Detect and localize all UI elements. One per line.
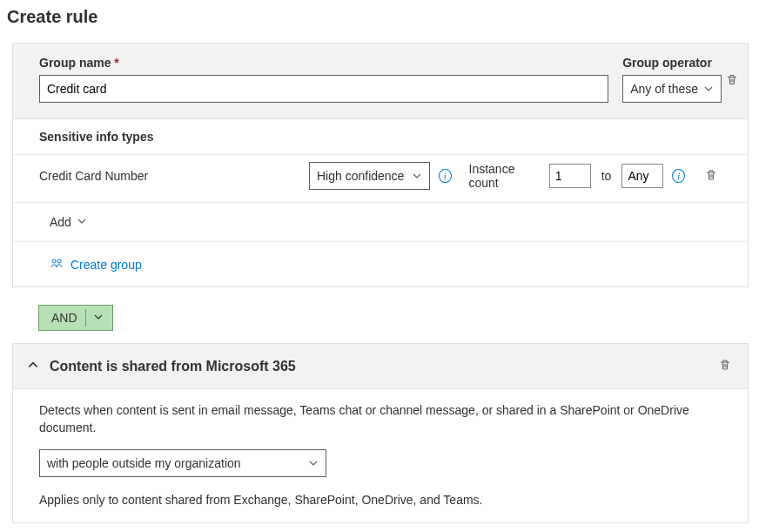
create-group-button[interactable]: Create group — [48, 254, 144, 274]
content-shared-header: Content is shared from Microsoft 365 — [13, 344, 748, 388]
delete-group-button[interactable] — [722, 70, 742, 93]
trash-icon — [718, 361, 732, 374]
group-name-input[interactable] — [39, 75, 608, 103]
group-name-label: Group name * — [39, 56, 608, 70]
sensitive-types-heading: Sensitive info types — [13, 118, 748, 154]
collapse-toggle[interactable] — [25, 357, 41, 375]
group-name-field: Group name * — [39, 56, 608, 103]
svg-point-0 — [52, 259, 56, 263]
required-asterisk: * — [114, 56, 118, 70]
delete-sit-button[interactable] — [701, 165, 722, 188]
page-title: Create rule — [7, 7, 749, 27]
content-shared-note: Applies only to content shared from Exch… — [39, 493, 722, 507]
group-icon — [50, 256, 64, 273]
add-sensitive-type-button[interactable]: Add — [48, 212, 89, 232]
instance-count-label: Instance count — [469, 162, 541, 190]
sensitive-type-row: Credit Card Number High confidence i Ins… — [13, 154, 748, 202]
chevron-down-icon — [412, 171, 422, 181]
content-shared-description: Detects when content is sent in email me… — [39, 401, 722, 437]
chevron-up-icon — [27, 360, 39, 374]
trash-icon — [725, 77, 739, 90]
sharing-scope-select[interactable]: with people outside my organization — [39, 449, 326, 477]
group-operator-select[interactable]: Any of these — [622, 75, 722, 103]
instance-from-input[interactable] — [549, 164, 591, 188]
chevron-down-icon — [77, 215, 87, 229]
info-icon[interactable]: i — [672, 169, 685, 183]
svg-point-1 — [57, 259, 61, 263]
confidence-select[interactable]: High confidence — [309, 162, 430, 190]
logic-operator-select[interactable]: AND — [38, 305, 113, 331]
group-operator-field: Group operator Any of these — [622, 56, 722, 103]
delete-condition-button[interactable] — [715, 354, 735, 378]
content-shared-title: Content is shared from Microsoft 365 — [50, 359, 296, 374]
trash-icon — [704, 172, 718, 185]
sensitive-type-name: Credit Card Number — [39, 169, 300, 183]
instance-to-label: to — [601, 169, 612, 183]
group-operator-label: Group operator — [622, 56, 722, 70]
chevron-down-icon — [308, 458, 319, 468]
instance-to-input[interactable] — [621, 164, 663, 188]
chevron-down-icon — [93, 311, 104, 325]
chevron-down-icon — [703, 84, 714, 94]
content-shared-panel: Content is shared from Microsoft 365 Det… — [12, 343, 749, 523]
group-panel-header: Group name * Group operator Any of these — [13, 44, 748, 118]
info-icon[interactable]: i — [439, 169, 452, 183]
group-panel: Group name * Group operator Any of these — [12, 43, 749, 287]
